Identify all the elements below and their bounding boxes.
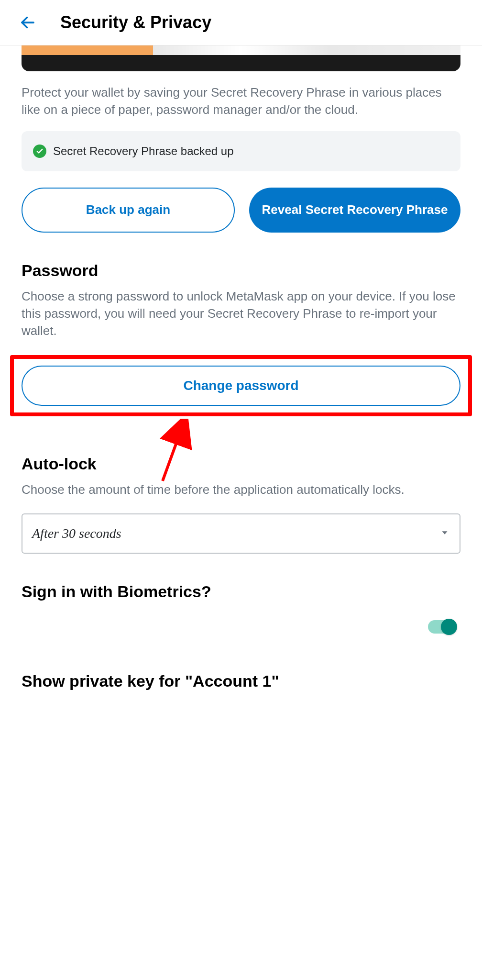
chevron-down-icon xyxy=(439,527,450,540)
biometrics-toggle[interactable] xyxy=(428,620,456,634)
reveal-phrase-button[interactable]: Reveal Secret Recovery Phrase xyxy=(249,188,460,233)
password-description: Choose a strong password to unlock MetaM… xyxy=(22,288,460,340)
password-section-title: Password xyxy=(22,261,460,280)
autolock-value: After 30 seconds xyxy=(32,526,121,541)
highlight-annotation: Change password xyxy=(10,355,472,416)
header-bar: Security & Privacy xyxy=(0,0,482,45)
svg-marker-3 xyxy=(442,531,448,534)
backup-status-text: Secret Recovery Phrase backed up xyxy=(53,145,234,158)
backup-status-box: Secret Recovery Phrase backed up xyxy=(22,131,460,171)
back-arrow-icon[interactable] xyxy=(19,14,36,31)
backup-again-button[interactable]: Back up again xyxy=(22,188,235,233)
autolock-description: Choose the amount of time before the app… xyxy=(22,481,460,498)
video-placeholder xyxy=(22,45,460,71)
toggle-knob xyxy=(441,619,457,635)
page-title: Security & Privacy xyxy=(60,12,211,33)
privatekey-section-title: Show private key for "Account 1" xyxy=(22,672,460,690)
check-circle-icon xyxy=(33,145,46,158)
recovery-button-row: Back up again Reveal Secret Recovery Phr… xyxy=(22,188,460,233)
autolock-select[interactable]: After 30 seconds xyxy=(22,513,460,554)
biometrics-toggle-row xyxy=(22,620,460,634)
biometrics-section-title: Sign in with Biometrics? xyxy=(22,582,460,601)
arrow-annotation xyxy=(22,421,460,459)
svg-line-2 xyxy=(163,428,182,481)
change-password-button[interactable]: Change password xyxy=(22,366,460,406)
recovery-description: Protect your wallet by saving your Secre… xyxy=(22,84,460,119)
